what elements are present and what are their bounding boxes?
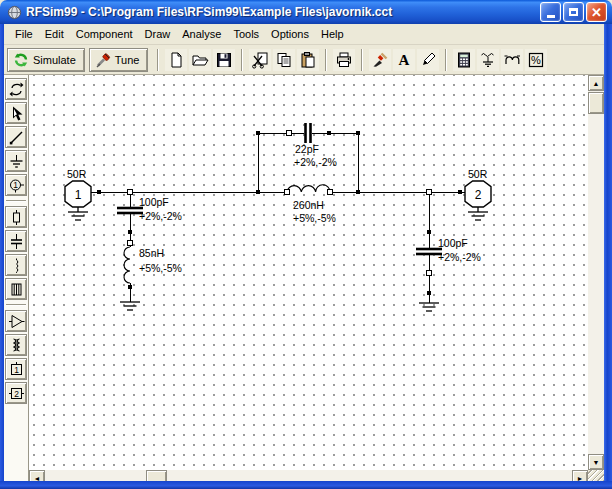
shunt-capacitor-right-value: 100pF xyxy=(438,237,468,249)
rfsim99-window: RFSim99 - C:\Program Files\RFSim99\Examp… xyxy=(0,0,612,489)
shunt-capacitor-left-symbol[interactable]: 100pF +2%,-2% xyxy=(117,196,182,222)
one-port-tool-button[interactable]: 1 xyxy=(5,358,27,380)
tolerance-button[interactable]: % xyxy=(525,49,547,71)
ground-symbol xyxy=(120,302,140,310)
series-capacitor-value: 22pF xyxy=(295,143,319,155)
filter-design-button[interactable] xyxy=(501,49,523,71)
simulate-button[interactable]: Simulate xyxy=(7,48,85,72)
arrow-down-icon: ▼ xyxy=(593,459,600,466)
maximize-button[interactable] xyxy=(563,2,584,22)
amplifier-icon xyxy=(8,313,25,330)
palette-separator xyxy=(6,200,26,202)
text-icon: A xyxy=(395,51,413,69)
titlebar: RFSim99 - C:\Program Files\RFSim99\Examp… xyxy=(0,0,612,24)
tune-button[interactable]: Tune xyxy=(89,48,149,72)
arrow-up-icon: ▲ xyxy=(593,80,600,87)
calculator-button[interactable] xyxy=(453,49,475,71)
ground-symbol xyxy=(419,303,439,311)
vertical-scroll-thumb[interactable] xyxy=(588,92,604,114)
port-tool-button[interactable]: 1 xyxy=(5,174,27,196)
select-tool-button[interactable] xyxy=(5,102,27,124)
toolbar-separator xyxy=(361,49,363,71)
toolbar-separator xyxy=(241,49,243,71)
filter-design-icon xyxy=(503,51,521,69)
one-port-glyph: 1 xyxy=(14,364,19,374)
open-button[interactable] xyxy=(189,49,211,71)
horizontal-scrollbar[interactable]: ◄ ► xyxy=(29,470,588,481)
scroll-left-button[interactable]: ◄ xyxy=(29,470,45,481)
shunt-inductor-left-tolerance: +5%,-5% xyxy=(139,262,182,274)
series-capacitor-symbol[interactable]: 22pF +2%,-2% xyxy=(294,123,337,168)
amplifier-tool-button[interactable] xyxy=(5,310,27,332)
crystal-tool-button[interactable] xyxy=(5,278,27,300)
ground-tool-button[interactable] xyxy=(5,150,27,172)
printer-icon xyxy=(335,51,353,69)
wire-icon xyxy=(8,129,25,146)
menu-item-options[interactable]: Options xyxy=(265,25,315,43)
text-button[interactable]: A xyxy=(393,49,415,71)
menu-item-file[interactable]: File xyxy=(9,25,39,43)
select-arrow-icon xyxy=(8,105,25,122)
copy-button[interactable] xyxy=(273,49,295,71)
save-button[interactable] xyxy=(213,49,235,71)
menu-item-edit[interactable]: Edit xyxy=(39,25,70,43)
port-icon: 1 xyxy=(8,177,25,194)
port1-number: 1 xyxy=(75,188,82,202)
shunt-inductor-left-symbol[interactable]: 85nH +5%,-5% xyxy=(120,247,182,310)
port-tool-glyph: 1 xyxy=(13,180,18,190)
capacitor-tool-button[interactable] xyxy=(5,230,27,252)
erase-button[interactable] xyxy=(369,49,391,71)
shunt-capacitor-left-value: 100pF xyxy=(139,196,169,208)
shunt-capacitor-right-tolerance: +2%,-2% xyxy=(438,251,481,263)
cut-button[interactable] xyxy=(249,49,271,71)
port1-impedance-label: 50R xyxy=(67,168,87,180)
menu-item-help[interactable]: Help xyxy=(315,25,350,43)
window-title: RFSim99 - C:\Program Files\RFSim99\Examp… xyxy=(26,5,540,19)
resize-gripper[interactable] xyxy=(588,470,604,481)
scroll-down-button[interactable]: ▼ xyxy=(588,454,604,470)
crystal-icon xyxy=(8,281,25,298)
scroll-up-button[interactable]: ▲ xyxy=(588,75,604,91)
port2-symbol[interactable]: 2 50R xyxy=(465,168,491,220)
tolerance-glyph: % xyxy=(532,54,542,66)
palette-separator xyxy=(6,304,26,306)
horizontal-scroll-thumb[interactable] xyxy=(146,470,167,481)
capacitor-icon xyxy=(8,233,25,250)
minimize-button[interactable] xyxy=(540,2,561,22)
port1-symbol[interactable]: 1 50R xyxy=(65,168,91,220)
copy-icon xyxy=(275,51,293,69)
transformer-icon xyxy=(8,337,25,354)
new-button[interactable] xyxy=(165,49,187,71)
matching-button[interactable] xyxy=(477,49,499,71)
menu-item-tools[interactable]: Tools xyxy=(227,25,265,43)
shunt-capacitor-right-symbol[interactable]: 100pF +2%,-2% xyxy=(416,237,481,311)
transformer-tool-button[interactable] xyxy=(5,334,27,356)
draw-line-button[interactable] xyxy=(417,49,439,71)
save-icon xyxy=(215,51,233,69)
tolerance-icon: % xyxy=(527,51,545,69)
new-file-icon xyxy=(167,51,185,69)
menu-item-draw[interactable]: Draw xyxy=(139,25,177,43)
paste-button[interactable] xyxy=(297,49,319,71)
menu-item-component[interactable]: Component xyxy=(70,25,139,43)
two-port-glyph: 2 xyxy=(14,388,19,398)
resistor-tool-button[interactable] xyxy=(5,206,27,228)
tune-icon xyxy=(95,52,111,68)
wire-tool-button[interactable] xyxy=(5,126,27,148)
schematic-canvas[interactable]: 1 50R 2 50R xyxy=(29,75,588,470)
ground-icon xyxy=(8,153,25,170)
resistor-icon xyxy=(8,209,25,226)
print-button[interactable] xyxy=(333,49,355,71)
port2-number: 2 xyxy=(475,188,482,202)
vertical-scrollbar[interactable]: ▲ ▼ xyxy=(588,75,604,470)
menu-item-analyse[interactable]: Analyse xyxy=(176,25,227,43)
scroll-right-button[interactable]: ► xyxy=(572,470,588,481)
brush-icon xyxy=(371,51,389,69)
inductor-tool-button[interactable] xyxy=(5,254,27,276)
two-port-tool-button[interactable]: 2 xyxy=(5,382,27,404)
toolbar: Simulate Tune xyxy=(4,46,604,75)
rotate-tool-button[interactable] xyxy=(5,78,27,100)
close-button[interactable]: ✕ xyxy=(586,2,607,22)
series-inductor-value: 260nH xyxy=(293,199,324,211)
one-port-box-icon: 1 xyxy=(8,361,25,378)
